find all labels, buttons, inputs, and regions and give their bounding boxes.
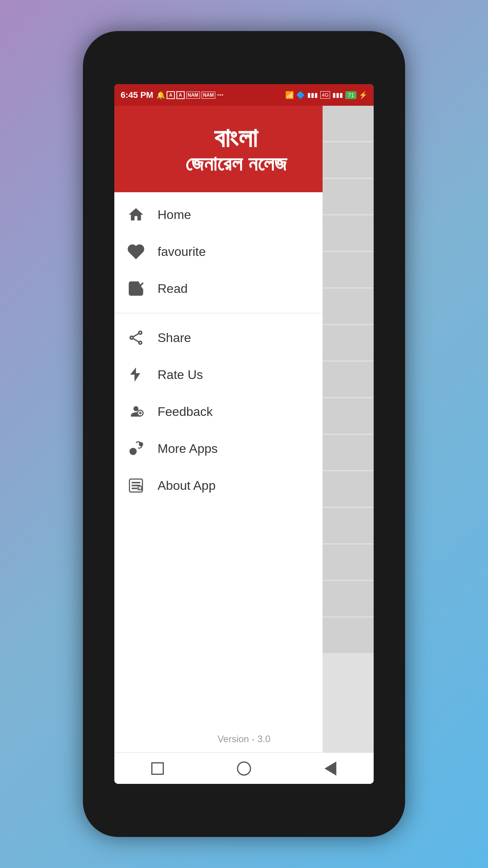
charge-icon: ⚡	[359, 91, 367, 99]
status-bar: 6:45 PM 🔔 A A NAM NAM ··· 📶 🔷 ▮▮▮ 4G ▮▮▮…	[114, 84, 374, 106]
content-row	[323, 252, 374, 287]
content-row	[323, 179, 374, 214]
signal-icon: ▮▮▮	[307, 91, 318, 99]
home-label: Home	[158, 208, 191, 222]
content-row	[323, 106, 374, 141]
svg-rect-7	[132, 488, 138, 489]
content-row	[323, 398, 374, 434]
back-icon	[325, 761, 336, 776]
nav-home-button[interactable]	[234, 759, 254, 778]
network-4g-icon: 4G	[320, 91, 330, 99]
bluetooth-icon: 🔷	[296, 91, 305, 99]
battery-icon: 71	[345, 91, 356, 99]
phone-device: 6:45 PM 🔔 A A NAM NAM ··· 📶 🔷 ▮▮▮ 4G ▮▮▮…	[83, 31, 405, 837]
svg-point-2	[130, 448, 137, 455]
content-row	[323, 142, 374, 178]
app-title-bengali-line2: জেনারেল নলেজ	[185, 153, 287, 175]
about-app-label: About App	[158, 478, 216, 493]
wifi-icon: 📶	[285, 91, 294, 99]
share-icon	[126, 328, 146, 348]
content-row	[323, 215, 374, 251]
rate-us-label: Rate Us	[158, 368, 203, 382]
rate-icon	[126, 365, 146, 384]
content-row	[323, 508, 374, 543]
home-icon	[126, 205, 146, 224]
more-apps-icon	[126, 439, 146, 458]
nav-square-button[interactable]	[148, 759, 167, 778]
content-row	[323, 471, 374, 507]
notification-icons: 🔔 A A NAM NAM ···	[156, 90, 224, 99]
square-icon	[151, 762, 164, 775]
read-label: Read	[158, 281, 188, 296]
status-time-area: 6:45 PM 🔔 A A NAM NAM ···	[121, 90, 224, 100]
svg-point-3	[139, 442, 143, 447]
status-icons-right: 📶 🔷 ▮▮▮ 4G ▮▮▮ 71 ⚡	[285, 91, 367, 99]
content-overlay	[323, 106, 374, 752]
content-row	[323, 618, 374, 653]
header-title: বাংলা জেনারেল নলেজ	[122, 123, 350, 175]
heart-icon	[126, 242, 146, 261]
feedback-label: Feedback	[158, 405, 213, 419]
time-display: 6:45 PM	[121, 90, 153, 100]
app-title-bengali-line1: বাংলা	[214, 123, 258, 153]
svg-point-0	[134, 406, 139, 411]
content-row	[323, 581, 374, 616]
content-row	[323, 325, 374, 360]
svg-text:AD: AD	[138, 487, 141, 490]
nav-back-button[interactable]	[321, 759, 340, 778]
svg-rect-5	[132, 482, 140, 484]
feedback-icon	[126, 402, 146, 421]
content-row	[323, 362, 374, 397]
content-row	[323, 289, 374, 324]
about-app-icon: AD	[126, 476, 146, 495]
circle-icon	[237, 761, 251, 776]
share-label: Share	[158, 331, 191, 345]
phone-screen: 6:45 PM 🔔 A A NAM NAM ··· 📶 🔷 ▮▮▮ 4G ▮▮▮…	[114, 84, 374, 784]
signal2-icon: ▮▮▮	[332, 91, 343, 99]
favourite-label: favourite	[158, 245, 206, 259]
bottom-navigation	[114, 752, 374, 784]
check-square-icon	[126, 279, 146, 298]
content-row	[323, 544, 374, 580]
content-row	[323, 435, 374, 470]
more-apps-label: More Apps	[158, 441, 218, 456]
